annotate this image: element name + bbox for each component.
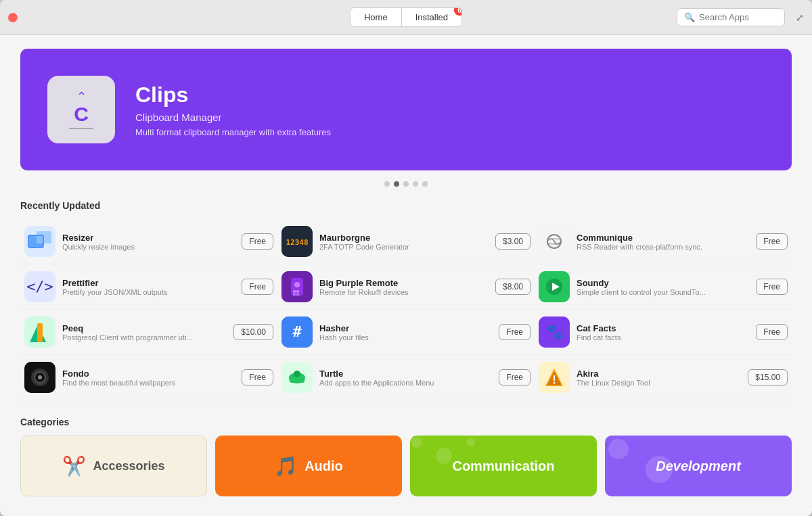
app-icon-turtle bbox=[281, 362, 313, 393]
fullscreen-button[interactable]: ⤢ bbox=[796, 12, 804, 23]
svg-text:#: # bbox=[292, 323, 302, 340]
app-info: Fondo Find the most beautiful wallpapers bbox=[62, 369, 235, 387]
app-price-button[interactable]: Free bbox=[242, 233, 273, 250]
app-window: × Home Installed 6 🔍 ⤢ ⌃ C bbox=[0, 0, 812, 516]
hero-app-name: Clips bbox=[135, 83, 331, 108]
hero-icon-line bbox=[69, 128, 93, 129]
app-price-button[interactable]: $15.00 bbox=[748, 369, 788, 385]
list-item: 🐾 Cat Facts Find cat facts Free bbox=[535, 310, 792, 355]
close-button[interactable]: × bbox=[8, 13, 18, 22]
app-price-button[interactable]: $3.00 bbox=[495, 233, 531, 250]
app-price-button[interactable]: $10.00 bbox=[233, 324, 273, 340]
svg-point-40 bbox=[411, 437, 422, 448]
list-item: Soundy Simple client to control your Sou… bbox=[535, 264, 792, 310]
svg-text:</>: </> bbox=[26, 278, 53, 295]
fullscreen-icon: ⤢ bbox=[796, 12, 804, 23]
list-item: Turtle Add apps to the Applications Menu… bbox=[277, 355, 535, 400]
app-price-button[interactable]: Free bbox=[242, 369, 273, 385]
tab-installed[interactable]: Installed 6 bbox=[402, 8, 461, 26]
svg-point-41 bbox=[436, 448, 452, 464]
svg-text:12348: 12348 bbox=[286, 238, 308, 247]
category-audio[interactable]: 🎵 Audio bbox=[215, 436, 402, 496]
list-item: Resizer Quickly resize images Free bbox=[20, 219, 277, 264]
tab-home[interactable]: Home bbox=[351, 8, 402, 26]
category-development[interactable]: Development bbox=[605, 436, 792, 496]
svg-text:🐾: 🐾 bbox=[545, 323, 564, 341]
app-price-button[interactable]: Free bbox=[499, 369, 531, 385]
app-icon-prettifier: </> bbox=[24, 271, 55, 302]
hero-subtitle: Clipboard Manager bbox=[135, 112, 331, 123]
categories-grid: ✂️ Accessories 🎵 Audio Communication bbox=[20, 436, 792, 496]
titlebar: × Home Installed 6 🔍 ⤢ bbox=[0, 0, 812, 35]
list-item: Fondo Find the most beautiful wallpapers… bbox=[20, 355, 277, 400]
app-info: Soundy Simple client to control your Sou… bbox=[577, 278, 749, 296]
app-price-button[interactable]: Free bbox=[756, 324, 788, 340]
app-price-button[interactable]: Free bbox=[499, 324, 531, 340]
list-item: Akira The Linux Design Tool $15.00 bbox=[535, 355, 792, 400]
app-icon-communique bbox=[539, 226, 570, 257]
list-item: Big Purple Remote Remote for Roku® devic… bbox=[277, 264, 535, 310]
app-icon-catfacts: 🐾 bbox=[539, 316, 570, 348]
list-item: # Hasher Hash your files Free bbox=[277, 310, 535, 355]
app-icon-maurborgne: 12348 bbox=[281, 226, 313, 257]
svg-rect-14 bbox=[296, 290, 299, 293]
app-info: Communique RSS Reader with cross-platfor… bbox=[577, 233, 749, 251]
accessories-icon: ✂️ bbox=[62, 455, 86, 477]
category-accessories[interactable]: ✂️ Accessories bbox=[20, 436, 207, 496]
app-info: Big Purple Remote Remote for Roku® devic… bbox=[319, 278, 489, 296]
svg-point-34 bbox=[300, 379, 304, 383]
nav-tabs: Home Installed 6 bbox=[350, 7, 462, 27]
svg-point-44 bbox=[646, 456, 673, 483]
dot-5[interactable] bbox=[422, 181, 428, 187]
svg-point-33 bbox=[290, 379, 294, 383]
categories-title: Categories bbox=[20, 417, 792, 427]
list-item: Peeq Postgresql Client with programmer u… bbox=[20, 310, 277, 355]
app-info: Turtle Add apps to the Applications Menu bbox=[319, 369, 492, 387]
carousel-dots bbox=[20, 181, 792, 187]
app-price-button[interactable]: $8.00 bbox=[495, 279, 531, 295]
svg-point-39 bbox=[554, 382, 556, 384]
svg-rect-21 bbox=[37, 323, 43, 342]
hero-banner[interactable]: ⌃ C Clips Clipboard Manager Multi format… bbox=[20, 49, 792, 170]
svg-point-29 bbox=[38, 375, 42, 379]
dot-1[interactable] bbox=[384, 181, 390, 187]
main-content: ⌃ C Clips Clipboard Manager Multi format… bbox=[0, 35, 812, 516]
list-item: </> Prettifier Prettify your JSON/XML ou… bbox=[20, 264, 277, 310]
recently-updated-title: Recently Updated bbox=[20, 200, 792, 211]
app-price-button[interactable]: Free bbox=[242, 279, 273, 295]
app-info: Resizer Quickly resize images bbox=[62, 233, 235, 251]
dot-4[interactable] bbox=[413, 181, 418, 187]
svg-rect-13 bbox=[293, 290, 296, 293]
dot-2[interactable] bbox=[394, 181, 399, 187]
svg-point-43 bbox=[608, 439, 629, 459]
search-icon: 🔍 bbox=[684, 12, 695, 22]
svg-rect-2 bbox=[37, 231, 51, 243]
app-info: Maurborgne 2FA TOTP Code Generator bbox=[319, 233, 489, 251]
app-icon-resizer bbox=[24, 226, 55, 257]
search-input[interactable] bbox=[699, 12, 777, 22]
app-icon-hasher: # bbox=[281, 316, 313, 348]
hero-text: Clips Clipboard Manager Multi format cli… bbox=[135, 83, 331, 137]
app-icon-peeq bbox=[24, 316, 55, 348]
app-info: Akira The Linux Design Tool bbox=[577, 369, 741, 387]
list-item: Communique RSS Reader with cross-platfor… bbox=[535, 219, 792, 264]
app-info: Hasher Hash your files bbox=[319, 323, 492, 342]
app-price-button[interactable]: Free bbox=[756, 233, 788, 250]
dot-3[interactable] bbox=[403, 181, 409, 187]
svg-point-12 bbox=[294, 282, 300, 287]
app-price-button[interactable]: Free bbox=[756, 279, 788, 295]
search-bar[interactable]: 🔍 bbox=[677, 8, 785, 26]
hero-app-icon: ⌃ C bbox=[47, 76, 115, 143]
svg-rect-15 bbox=[293, 294, 296, 296]
list-item: 12348 Maurborgne 2FA TOTP Code Generator… bbox=[277, 219, 535, 264]
svg-rect-16 bbox=[296, 294, 299, 296]
app-icon-fondo bbox=[24, 362, 55, 393]
hero-description: Multi format clipboard manager with extr… bbox=[135, 127, 331, 137]
app-info: Cat Facts Find cat facts bbox=[577, 323, 749, 342]
app-icon-bigpurple bbox=[281, 271, 313, 302]
app-info: Peeq Postgresql Client with programmer u… bbox=[62, 323, 227, 342]
accessories-label: Accessories bbox=[93, 459, 164, 473]
app-info: Prettifier Prettify your JSON/XML output… bbox=[62, 278, 235, 296]
category-communication[interactable]: Communication bbox=[410, 436, 597, 496]
app-icon-akira bbox=[539, 362, 570, 393]
